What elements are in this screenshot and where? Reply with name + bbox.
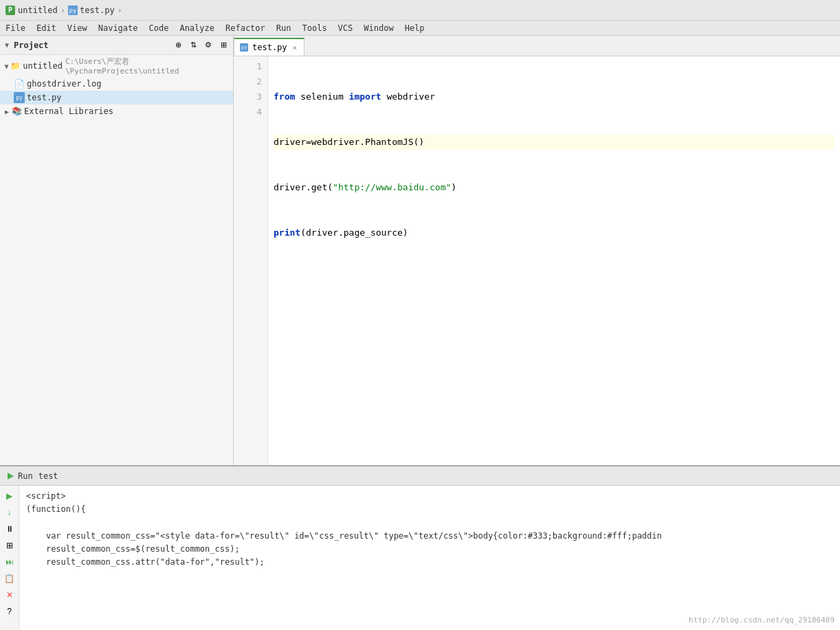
menu-navigate[interactable]: Navigate: [93, 22, 144, 34]
editor-container: ▼ Project ⊕ ⇅ ⚙ ⊞ ▼ 📁 untitled C:\Users\…: [0, 36, 840, 465]
menu-window[interactable]: Window: [358, 22, 399, 34]
tab-bar: py test.py ×: [234, 36, 840, 56]
menu-tools[interactable]: Tools: [296, 22, 332, 34]
pause-button[interactable]: ⏸: [2, 521, 17, 537]
code-line-2: driver=webdriver.PhantomJS(): [274, 135, 835, 150]
testpy-label: test.py: [27, 93, 62, 102]
output-line-1: <script>: [26, 490, 833, 503]
title-bar: P untitled › py test.py ›: [0, 0, 840, 21]
sync-button[interactable]: ⇅: [186, 38, 200, 52]
output-line-2: (function(){: [26, 503, 833, 516]
tab-close-button[interactable]: ×: [291, 43, 299, 53]
tree-item-ghostdriver[interactable]: 📄 ghostdriver.log: [0, 77, 233, 91]
code-print-args: (driver.page_source): [300, 225, 408, 240]
rerun-button[interactable]: ↓: [2, 505, 17, 520]
title-sep2: ›: [118, 5, 122, 15]
code-driver-get-1: driver.get(: [274, 180, 333, 195]
line-num-2: 2: [234, 74, 267, 89]
title-project-name: untitled: [18, 5, 58, 15]
code-selenium: selenium: [295, 89, 349, 104]
code-editor[interactable]: 1 2 3 4 from selenium import webdriver d…: [234, 56, 840, 465]
python-file-icon: py: [14, 92, 25, 103]
tree-item-testpy[interactable]: py test.py: [0, 91, 233, 104]
bottom-toolbar: ▶ ↓ ⏸ ⊞ ⏭ 📋 ✕ ?: [0, 486, 19, 630]
output-line-5: result_common_css=$(result_common_css);: [26, 543, 833, 556]
project-icon: P: [5, 5, 15, 15]
project-toolbar-icons: ⊕ ⇅ ⚙ ⊞: [171, 38, 230, 52]
code-webdriver-name: webdriver: [382, 89, 435, 104]
expand-button[interactable]: ⊞: [217, 38, 230, 52]
new-file-button[interactable]: ⊕: [171, 38, 185, 52]
code-line-3: driver.get("http://www.baidu.com"): [274, 180, 835, 195]
line-num-1: 1: [234, 59, 267, 74]
extlibs-label: External Libraries: [24, 106, 113, 116]
menu-view[interactable]: View: [62, 22, 93, 34]
run-icon: [5, 471, 15, 481]
code-driver-assign: driver=webdriver.PhantomJS(): [274, 135, 424, 150]
output-line-3: [26, 516, 833, 529]
run-button[interactable]: ▶: [2, 488, 17, 504]
tab-testpy[interactable]: py test.py ×: [234, 38, 305, 56]
line-num-4: 4: [234, 104, 267, 120]
run-label: Run: [18, 471, 33, 481]
sidebar: ▼ Project ⊕ ⇅ ⚙ ⊞ ▼ 📁 untitled C:\Users\…: [0, 36, 234, 465]
menu-edit[interactable]: Edit: [31, 22, 62, 34]
tree-item-extlibs[interactable]: ▶ 📚 External Libraries: [0, 104, 233, 118]
title-file-icon: py: [68, 5, 78, 15]
next-button[interactable]: ⏭: [2, 554, 17, 570]
menu-help[interactable]: Help: [399, 22, 430, 34]
editor-panel: py test.py × 1 2 3 4 from selenium: [234, 36, 840, 465]
code-content[interactable]: from selenium import webdriver driver=we…: [268, 56, 840, 465]
menu-file[interactable]: File: [0, 22, 31, 34]
line-numbers: 1 2 3 4: [234, 56, 268, 465]
close-button[interactable]: ✕: [2, 587, 17, 603]
menu-code[interactable]: Code: [144, 22, 175, 34]
menu-vcs[interactable]: VCS: [333, 22, 359, 34]
title-file-name: test.py: [80, 5, 115, 15]
project-label: Project: [11, 41, 171, 50]
log-file-icon: 📄: [14, 78, 25, 89]
project-collapse-arrow[interactable]: ▼: [3, 41, 11, 49]
output-line-6: result_common_css.attr("data-for","resul…: [26, 556, 833, 569]
bottom-tab-run[interactable]: Run test: [5, 471, 58, 481]
settings-button[interactable]: ⚙: [201, 38, 215, 52]
watermark: http://blog.csdn.net/qq_29186489: [689, 616, 835, 625]
project-toolbar: ▼ Project ⊕ ⇅ ⚙ ⊞: [0, 36, 233, 55]
tab-file-icon: py: [240, 43, 248, 52]
code-driver-get-2: ): [451, 180, 456, 195]
root-path: C:\Users\严宏君\PycharmProjects\untitled: [65, 56, 230, 76]
tree-item-root[interactable]: ▼ 📁 untitled C:\Users\严宏君\PycharmProject…: [0, 55, 233, 77]
kw-import: import: [349, 89, 382, 104]
code-url-string: "http://www.baidu.com": [333, 180, 451, 195]
line-num-3: 3: [234, 89, 267, 104]
kw-print: print: [274, 225, 300, 240]
help-bottom-button[interactable]: ?: [2, 604, 17, 619]
root-folder-icon: 📁: [10, 60, 21, 71]
stop-all-button[interactable]: ⊞: [2, 538, 17, 553]
root-expand-arrow: ▼: [3, 62, 10, 70]
ghostdriver-label: ghostdriver.log: [27, 79, 101, 89]
root-label: untitled: [23, 61, 63, 71]
scroll-button[interactable]: 📋: [2, 571, 17, 586]
menu-run[interactable]: Run: [271, 22, 297, 34]
menu-bar: File Edit View Navigate Code Analyze Ref…: [0, 21, 840, 36]
code-line-4: print(driver.page_source): [274, 225, 835, 240]
test-label: test: [38, 471, 58, 481]
bottom-output: <script> (function(){ var result_common_…: [19, 486, 840, 630]
code-line-1: from selenium import webdriver: [274, 89, 835, 104]
extlibs-expand-arrow: ▶: [3, 107, 11, 115]
tab-label: test.py: [252, 43, 287, 52]
bottom-panel: Run test ▶ ↓ ⏸ ⊞ ⏭ 📋 ✕ ? <script> (funct…: [0, 465, 840, 630]
title-sep1: ›: [60, 5, 65, 15]
bottom-tab-bar: Run test: [0, 466, 840, 486]
bottom-content: ▶ ↓ ⏸ ⊞ ⏭ 📋 ✕ ? <script> (function(){ va…: [0, 486, 840, 630]
output-line-4: var result_common_css="<style data-for=\…: [26, 530, 833, 543]
kw-from: from: [274, 89, 295, 104]
main-container: ▼ Project ⊕ ⇅ ⚙ ⊞ ▼ 📁 untitled C:\Users\…: [0, 36, 840, 630]
run-triangle-icon: [8, 473, 14, 480]
menu-analyze[interactable]: Analyze: [174, 22, 220, 34]
extlibs-icon: 📚: [11, 106, 22, 117]
menu-refactor[interactable]: Refactor: [220, 22, 271, 34]
